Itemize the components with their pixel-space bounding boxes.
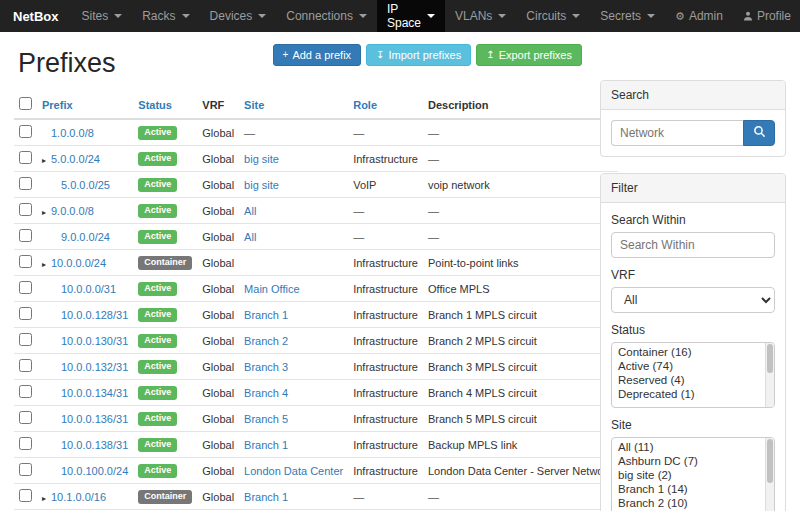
prefix-link[interactable]: 1.0.0.0/8 [51,127,94,139]
nav-item-vlans[interactable]: VLANs [445,0,516,32]
site-link[interactable]: London Data Center [244,465,343,477]
expand-caret-icon[interactable]: ▸ [42,494,51,503]
add-prefix-button[interactable]: + Add a prefix [273,44,362,66]
prefix-link[interactable]: 10.0.0.0/31 [61,283,116,295]
row-checkbox[interactable] [19,281,32,294]
search-within-input[interactable] [611,232,775,258]
nav-item-profile[interactable]: Profile [733,0,800,32]
row-checkbox[interactable] [19,463,32,476]
row-checkbox[interactable] [19,151,32,164]
row-checkbox[interactable] [19,359,32,372]
row-checkbox[interactable] [19,307,32,320]
listbox-option[interactable]: Container (16) [612,345,764,359]
prefix-link[interactable]: 10.0.100.0/24 [61,465,128,477]
sort-link[interactable]: Role [353,99,377,111]
listbox-option[interactable]: Branch 1 (14) [612,482,764,496]
import-prefixes-button[interactable]: ↧ Import prefixes [366,44,471,66]
listbox-option[interactable]: Branch 2 (10) [612,496,764,510]
nav-item-ip-space[interactable]: IP Space [377,0,445,32]
site-link[interactable]: Branch 2 [244,335,288,347]
nav-item-circuits[interactable]: Circuits [516,0,590,32]
sort-link[interactable]: Site [244,99,264,111]
status-listbox[interactable]: Container (16)Active (74)Reserved (4)Dep… [611,342,775,408]
chevron-down-icon [182,14,190,18]
nav-item-sites[interactable]: Sites [72,0,133,32]
search-input[interactable] [611,120,743,146]
site-link[interactable]: Branch 1 [244,309,288,321]
prefix-link[interactable]: 10.1.0.0/16 [51,491,106,503]
search-panel: Search [600,80,786,157]
navbar: NetBox Sites Racks Devices Connections I… [0,0,800,32]
prefix-link[interactable]: 9.0.0.0/8 [51,205,94,217]
row-checkbox[interactable] [19,437,32,450]
row-checkbox[interactable] [19,489,32,502]
scrollbar[interactable] [765,438,774,511]
vrf-value: Global [197,250,239,276]
nav-item-admin[interactable]: ⚙ Admin [665,0,733,32]
prefix-link[interactable]: 5.0.0.0/24 [51,153,100,165]
expand-caret-icon[interactable]: ▸ [42,156,51,165]
row-checkbox[interactable] [19,255,32,268]
nav-label: IP Space [387,2,421,30]
listbox-option[interactable]: All (11) [612,440,764,454]
listbox-option[interactable]: Reserved (4) [612,373,764,387]
prefix-link[interactable]: 10.0.0.130/31 [61,335,128,347]
table-row: ▸10.0.0.130/31 Active Global Branch 2 In… [14,328,618,354]
vrf-select[interactable]: All [611,287,775,313]
site-link[interactable]: Branch 4 [244,387,288,399]
listbox-option[interactable]: Deprecated (1) [612,387,764,401]
nav-item-secrets[interactable]: Secrets [590,0,665,32]
prefix-link[interactable]: 10.0.0.136/31 [61,413,128,425]
prefix-link[interactable]: 10.0.0.132/31 [61,361,128,373]
nav-item-racks[interactable]: Racks [132,0,199,32]
prefix-link[interactable]: 10.0.0.0/24 [51,257,106,269]
prefix-link[interactable]: 5.0.0.0/25 [61,179,110,191]
site-link[interactable]: Branch 1 [244,439,288,451]
row-checkbox[interactable] [19,333,32,346]
table-row: ▸10.0.0.138/31 Active Global Branch 1 In… [14,432,618,458]
description-value: — [423,198,618,224]
scrollbar-thumb[interactable] [767,344,773,373]
row-checkbox[interactable] [19,229,32,242]
nav-item-devices[interactable]: Devices [200,0,277,32]
sort-link[interactable]: Prefix [42,99,73,111]
prefix-link[interactable]: 10.0.0.128/31 [61,309,128,321]
content: Prefixes + Add a prefix ↧ Import prefixe… [0,32,800,511]
prefix-link[interactable]: 9.0.0.0/24 [61,231,110,243]
vrf-value: Global [197,432,239,458]
site-link[interactable]: Branch 1 [244,491,288,503]
action-buttons: + Add a prefix ↧ Import prefixes ↥ Expor… [273,44,582,66]
export-prefixes-button[interactable]: ↥ Export prefixes [476,44,582,66]
site-link[interactable]: big site [244,179,279,191]
brand-netbox[interactable]: NetBox [0,0,72,32]
site-link[interactable]: Main Office [244,283,299,295]
site-link[interactable]: All [244,205,256,217]
site-cell: big site [239,172,348,198]
site-link[interactable]: Branch 5 [244,413,288,425]
row-checkbox[interactable] [19,125,32,138]
site-link[interactable]: big site [244,153,279,165]
vrf-value: Global [197,302,239,328]
nav-item-connections[interactable]: Connections [276,0,377,32]
row-checkbox[interactable] [19,177,32,190]
scrollbar-thumb[interactable] [767,439,773,483]
site-listbox[interactable]: All (11)Ashburn DC (7)big site (2)Branch… [611,437,775,511]
select-all-checkbox[interactable] [19,97,32,110]
listbox-option[interactable]: Ashburn DC (7) [612,454,764,468]
site-link[interactable]: Branch 3 [244,361,288,373]
scrollbar[interactable] [765,343,774,407]
listbox-option[interactable]: Active (74) [612,359,764,373]
table-row: ▸10.0.0.134/31 Active Global Branch 4 In… [14,380,618,406]
listbox-option[interactable]: big site (2) [612,468,764,482]
expand-caret-icon[interactable]: ▸ [42,208,51,217]
expand-caret-icon[interactable]: ▸ [42,260,51,269]
sort-link[interactable]: Status [138,99,172,111]
search-button[interactable] [743,120,775,146]
prefix-link[interactable]: 10.0.0.134/31 [61,387,128,399]
site-link[interactable]: All [244,231,256,243]
row-checkbox[interactable] [19,411,32,424]
description-value: Backup MPLS link [423,432,618,458]
row-checkbox[interactable] [19,385,32,398]
row-checkbox[interactable] [19,203,32,216]
prefix-link[interactable]: 10.0.0.138/31 [61,439,128,451]
